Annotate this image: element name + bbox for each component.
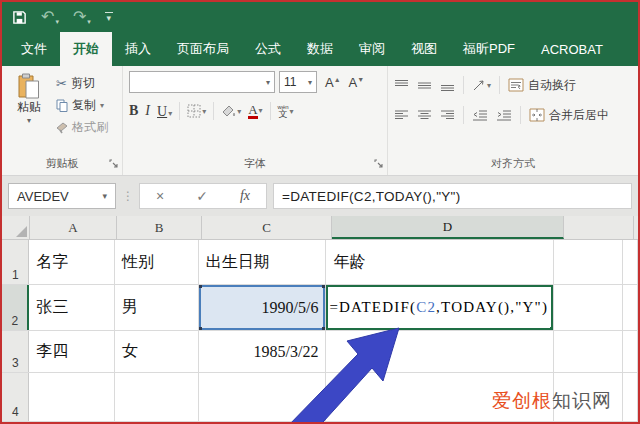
font-name-dropdown-icon[interactable]: ▾: [266, 78, 270, 87]
tab-home[interactable]: 开始: [60, 32, 112, 66]
tab-formulas[interactable]: 公式: [242, 32, 294, 66]
cell-b2[interactable]: 男: [115, 285, 199, 330]
align-middle-icon[interactable]: [417, 79, 432, 92]
name-box-dropdown-icon[interactable]: ▾: [102, 191, 107, 201]
cell-c1[interactable]: 出生日期: [199, 240, 327, 284]
wrap-text-button[interactable]: 自动换行: [508, 77, 576, 94]
underline-dropdown-icon[interactable]: ▾: [168, 109, 172, 118]
decrease-font-button[interactable]: A▼: [349, 75, 365, 90]
tab-view[interactable]: 视图: [398, 32, 450, 66]
cell-d3[interactable]: [326, 331, 554, 372]
cell-e1[interactable]: [554, 240, 623, 284]
orientation-button[interactable]: ▾: [472, 79, 491, 92]
excel-window: ↶ ▾ ↷ ▾ ▾ 文件 开始 插入 页面布局 公式 数据 审阅 视图 福昕PD…: [0, 0, 640, 424]
phonetic-dropdown-icon[interactable]: ▾: [290, 107, 294, 116]
font-color-dropdown-icon[interactable]: ▾: [259, 106, 263, 115]
font-dialog-launcher-icon[interactable]: [374, 159, 384, 169]
wrap-text-icon: [508, 78, 524, 92]
format-painter-label: 格式刷: [72, 119, 108, 136]
cell-b1[interactable]: 性别: [115, 240, 199, 284]
enter-icon[interactable]: ✓: [196, 188, 208, 204]
paste-dropdown-icon[interactable]: ▾: [27, 116, 31, 125]
column-header-e[interactable]: [564, 216, 634, 239]
orientation-dropdown-icon[interactable]: ▾: [487, 81, 491, 90]
cell-b4[interactable]: [115, 373, 199, 421]
tab-data[interactable]: 数据: [294, 32, 346, 66]
tab-foxit-pdf[interactable]: 福昕PDF: [450, 32, 528, 66]
cell-d1[interactable]: 年龄: [326, 240, 554, 284]
paste-label: 粘贴: [17, 99, 41, 116]
cell-a3[interactable]: 李四: [29, 331, 115, 372]
redo-dropdown-icon[interactable]: ▾: [87, 18, 91, 25]
font-color-button[interactable]: A ▾: [248, 103, 262, 120]
insert-function-icon[interactable]: fx: [240, 188, 250, 204]
increase-font-button[interactable]: A▲: [325, 75, 341, 90]
phonetic-guide-button[interactable]: wén 文 ▾: [278, 104, 294, 119]
row-3: 3 李四 女 1985/3/22: [2, 331, 638, 373]
cell-e4[interactable]: [554, 373, 623, 421]
formula-input[interactable]: =DATEDIF(C2,TODAY(),"Y"): [273, 183, 632, 209]
bold-button[interactable]: B: [129, 103, 138, 119]
cut-button[interactable]: ✂ 剪切: [56, 75, 108, 92]
redo-button[interactable]: ↷ ▾: [73, 9, 91, 25]
font-name-combobox[interactable]: ▾: [129, 71, 275, 93]
format-painter-button[interactable]: 格式刷: [56, 119, 108, 136]
tab-file[interactable]: 文件: [8, 32, 60, 66]
italic-button[interactable]: I: [145, 103, 150, 119]
align-bottom-icon[interactable]: [440, 79, 455, 92]
undo-dropdown-icon[interactable]: ▾: [55, 18, 59, 25]
align-right-icon[interactable]: [440, 109, 455, 122]
cancel-icon[interactable]: ×: [156, 188, 164, 204]
undo-button[interactable]: ↶ ▾: [41, 9, 59, 25]
increase-indent-icon[interactable]: [496, 109, 512, 122]
align-left-icon[interactable]: [394, 109, 409, 122]
column-header-c[interactable]: C: [202, 216, 332, 239]
name-box-value: AVEDEV: [17, 189, 69, 204]
save-icon[interactable]: [12, 10, 27, 25]
select-all-button[interactable]: [2, 216, 30, 239]
cell-d2-formula-edit[interactable]: =DATEDIF(C2,TODAY(),"Y"): [326, 285, 554, 330]
underline-button[interactable]: U▾: [157, 103, 172, 120]
column-header-b[interactable]: B: [117, 216, 202, 239]
font-size-dropdown-icon[interactable]: ▾: [308, 78, 312, 87]
cell-e3[interactable]: [554, 331, 623, 372]
tab-insert[interactable]: 插入: [112, 32, 164, 66]
tab-review[interactable]: 审阅: [346, 32, 398, 66]
align-center-icon[interactable]: [417, 109, 432, 122]
cell-c2[interactable]: 1990/5/6: [199, 285, 327, 330]
copy-button[interactable]: 复制 ▾: [56, 97, 108, 114]
merge-center-button[interactable]: 合并后居中: [529, 107, 609, 124]
fill-color-button[interactable]: ▾: [221, 104, 241, 118]
cell-e2[interactable]: [554, 285, 623, 330]
column-header-d[interactable]: D: [332, 216, 564, 239]
row-header-2[interactable]: 2: [2, 285, 29, 330]
cell-c4[interactable]: [199, 373, 327, 421]
borders-dropdown-icon[interactable]: ▾: [202, 107, 206, 116]
formula-bar-divider: ⋮: [122, 189, 133, 203]
fill-handle[interactable]: [550, 327, 554, 330]
borders-button[interactable]: ▾: [187, 104, 206, 118]
row-header-3[interactable]: 3: [2, 331, 29, 372]
name-box[interactable]: AVEDEV ▾: [8, 183, 116, 209]
undo-icon: ↶: [41, 9, 54, 25]
row-header-4[interactable]: 4: [2, 373, 29, 421]
cell-a1[interactable]: 名字: [29, 240, 115, 284]
cell-a4[interactable]: [29, 373, 115, 421]
cell-a2[interactable]: 张三: [29, 285, 115, 330]
align-top-icon[interactable]: [394, 79, 409, 92]
cell-c3[interactable]: 1985/3/22: [199, 331, 327, 372]
copy-dropdown-icon[interactable]: ▾: [100, 101, 104, 110]
column-header-a[interactable]: A: [30, 216, 117, 239]
font-size-combobox[interactable]: 11 ▾: [279, 71, 317, 93]
decrease-indent-icon[interactable]: [472, 109, 488, 122]
row-header-1[interactable]: 1: [2, 240, 29, 284]
fill-color-dropdown-icon[interactable]: ▾: [237, 107, 241, 116]
tab-acrobat[interactable]: ACROBAT: [528, 32, 616, 66]
paste-button[interactable]: 粘贴 ▾: [8, 71, 50, 156]
cell-d4[interactable]: [326, 373, 554, 421]
tab-page-layout[interactable]: 页面布局: [164, 32, 242, 66]
customize-qat-button[interactable]: ▾: [105, 12, 113, 21]
clipboard-dialog-launcher-icon[interactable]: [109, 159, 119, 169]
cell-b3[interactable]: 女: [115, 331, 199, 372]
divider: [270, 102, 271, 120]
